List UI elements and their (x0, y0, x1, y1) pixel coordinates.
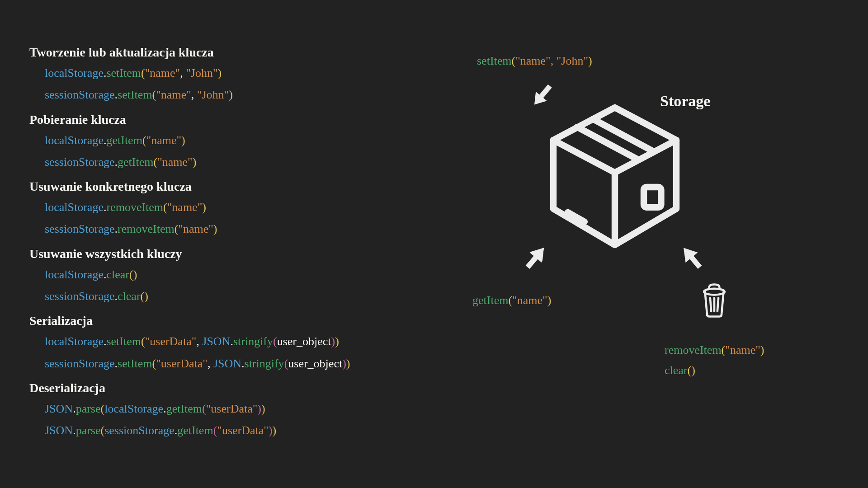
svg-rect-1 (539, 84, 552, 99)
token-lparen: ( (213, 424, 217, 437)
token-fn: removeItem (665, 343, 722, 357)
token-lparen: ( (273, 335, 277, 348)
token-identifier: user_object (277, 335, 331, 348)
token-string: "userData" (217, 424, 269, 437)
token-object: localStorage (45, 201, 104, 214)
token-lparen: ( (141, 290, 145, 303)
token-rparen: ) (181, 134, 185, 147)
code-line: localStorage.setItem("userData", JSON.st… (45, 333, 436, 351)
token-rparen: ) (269, 424, 273, 437)
token-rparen: ) (213, 222, 217, 235)
token-rparen: ) (342, 357, 346, 370)
token-string: "name" (178, 222, 213, 235)
diagram-label-clear: clear() (665, 364, 695, 377)
token-object: sessionStorage (45, 290, 115, 303)
token-object: JSON (213, 357, 241, 370)
token-lparen: ( (101, 424, 105, 437)
token-lparen: ( (142, 134, 146, 147)
token-lparen: ( (688, 364, 692, 377)
token-rparen: ) (218, 66, 222, 80)
token-lparen: ( (202, 402, 206, 415)
token-string: "name" (725, 343, 760, 357)
section-heading: Deserializacja (29, 381, 436, 395)
svg-point-10 (704, 289, 725, 295)
token-fn: setItem (106, 335, 141, 348)
trash-icon (698, 282, 730, 319)
section-heading: Tworzenie lub aktualizacja klucza (29, 45, 436, 60)
token-string: "name" (157, 155, 193, 169)
token-fn: getItem (177, 424, 213, 437)
token-rparen: ) (261, 402, 265, 415)
token-string: "name" (145, 66, 180, 80)
token-fn: setItem (118, 88, 152, 101)
token-rparen: ) (257, 402, 261, 415)
token-fn: clear (665, 364, 688, 377)
section-heading: Serializacja (29, 314, 436, 328)
token-fn: getItem (472, 294, 508, 307)
token-object: sessionStorage (45, 88, 115, 101)
token-lparen: ( (152, 88, 156, 101)
token-fn: stringify (245, 357, 284, 370)
token-lparen: ( (284, 357, 288, 370)
token-rparen: ) (760, 343, 764, 357)
token-lparen: ( (508, 294, 512, 307)
token-fn: setItem (118, 357, 152, 370)
section-get: Pobieranie klucza localStorage.getItem("… (29, 113, 436, 172)
token-rparen: ) (691, 364, 695, 377)
token-lparen: ( (153, 155, 157, 169)
token-object: localStorage (45, 335, 104, 348)
token-string: "userData" (145, 335, 197, 348)
svg-rect-2 (644, 187, 661, 207)
section-deserialize: Deserializacja JSON.parse(localStorage.g… (29, 381, 436, 440)
token-fn: setItem (477, 54, 512, 67)
token-object: localStorage (104, 402, 163, 415)
token-object: sessionStorage (45, 155, 115, 169)
token-rparen: ) (588, 54, 592, 67)
token-identifier: user_object (288, 357, 342, 370)
token-object: localStorage (45, 66, 104, 80)
token-fn: setItem (106, 66, 141, 80)
token-rparen: ) (547, 294, 552, 307)
section-create: Tworzenie lub aktualizacja klucza localS… (29, 45, 436, 104)
code-line: localStorage.removeItem("name") (45, 198, 436, 216)
token-string: "John" (197, 88, 229, 101)
code-line: localStorage.clear() (45, 266, 436, 284)
code-line: sessionStorage.removeItem("name") (45, 220, 436, 238)
token-comma: , (208, 357, 213, 370)
code-line: JSON.parse(localStorage.getItem("userDat… (45, 400, 436, 418)
token-lparen: ( (512, 54, 516, 67)
token-string: "name", "John" (515, 54, 588, 67)
token-fn: getItem (118, 155, 153, 169)
svg-line-13 (717, 298, 718, 311)
token-string: "name" (512, 294, 547, 307)
section-heading: Pobieranie klucza (29, 113, 436, 127)
svg-line-11 (710, 298, 711, 311)
token-comma: , (180, 66, 186, 80)
section-heading: Usuwanie konkretnego klucza (29, 179, 436, 194)
token-fn: stringify (233, 335, 273, 348)
slide: Tworzenie lub aktualizacja klucza localS… (0, 0, 868, 488)
token-lparen: ( (101, 402, 105, 415)
token-object: localStorage (45, 268, 104, 281)
arrow-down-right-icon (674, 239, 710, 276)
token-fn: removeItem (106, 201, 163, 214)
section-remove: Usuwanie konkretnego klucza localStorage… (29, 179, 436, 239)
token-object: sessionStorage (104, 424, 175, 437)
diagram-label-removeitem: removeItem("name") (665, 343, 764, 357)
token-fn: parse (76, 402, 101, 415)
arrow-down-left-icon (518, 239, 554, 276)
token-fn: parse (76, 424, 101, 437)
token-string: "John" (186, 66, 217, 80)
token-rparen: ) (202, 201, 206, 214)
token-lparen: ( (141, 66, 145, 80)
token-object: JSON (45, 402, 73, 415)
token-string: "name" (146, 134, 182, 147)
token-object: localStorage (45, 134, 104, 147)
code-line: JSON.parse(sessionStorage.getItem("userD… (45, 422, 436, 440)
token-fn: clear (106, 268, 129, 281)
token-string: "userData" (206, 402, 258, 415)
token-object: JSON (202, 335, 230, 348)
code-line: localStorage.getItem("name") (45, 131, 436, 150)
token-comma: , (196, 335, 202, 348)
token-lparen: ( (129, 268, 133, 281)
